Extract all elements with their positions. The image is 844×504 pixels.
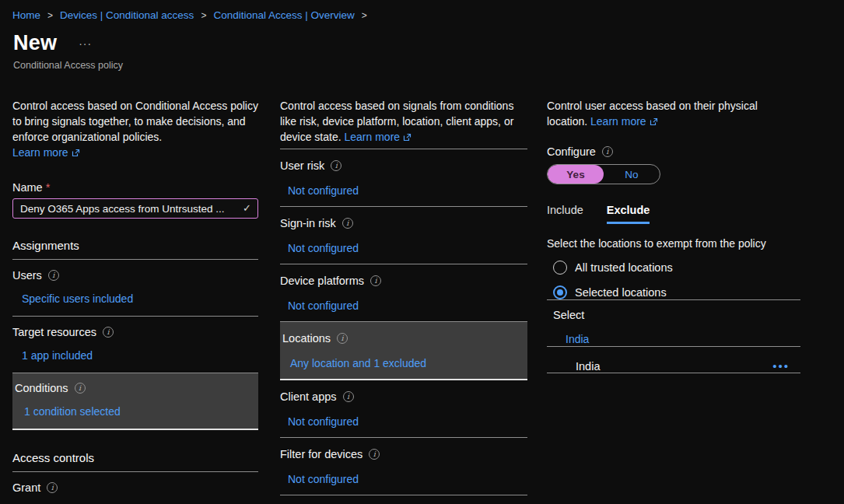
conditions-description: Control access based on signals from con… — [280, 98, 527, 145]
user-risk-link[interactable]: Not configured — [288, 184, 359, 198]
include-exclude-tabs: Include Exclude — [547, 204, 800, 224]
info-icon[interactable]: i — [343, 391, 354, 402]
info-icon[interactable]: i — [370, 275, 381, 286]
page-title: New — [13, 31, 57, 55]
valid-checkmark-icon: ✓ — [243, 202, 251, 214]
filter-for-devices-label: Filter for devices — [280, 447, 362, 461]
policy-name-input[interactable] — [12, 198, 258, 219]
external-link-icon — [72, 149, 80, 157]
title-bar: New ··· — [13, 31, 92, 55]
breadcrumb-chevron-icon: > — [362, 10, 367, 21]
condition-sign-in-risk: Sign-in risk i Not configured — [280, 207, 527, 264]
radio-label: Selected locations — [575, 286, 667, 299]
radio-selected-locations[interactable]: Selected locations — [547, 285, 800, 299]
user-risk-label: User risk — [280, 159, 324, 173]
policy-description-text: Control access based on Conditional Acce… — [12, 100, 258, 143]
configure-row: Configure i — [547, 145, 800, 159]
condition-device-platforms: Device platforms i Not configured — [280, 264, 527, 321]
breadcrumb-home[interactable]: Home — [12, 9, 40, 21]
assignments-header: Assignments — [12, 238, 258, 253]
condition-locations-selected[interactable]: Locations i Any location and 1 excluded — [280, 322, 527, 379]
divider — [280, 495, 527, 495]
learn-more-link[interactable]: Learn more — [12, 145, 258, 160]
access-controls-header: Access controls — [12, 450, 258, 465]
divider — [547, 299, 800, 300]
exclude-instruction: Select the locations to exempt from the … — [547, 237, 800, 250]
device-platforms-label: Device platforms — [280, 274, 364, 288]
client-apps-label: Client apps — [280, 390, 337, 404]
breadcrumb-conditional-access-overview[interactable]: Conditional Access | Overview — [213, 9, 354, 21]
policy-settings-panel: Control access based on Conditional Acce… — [12, 95, 258, 495]
breadcrumb-chevron-icon: > — [201, 10, 206, 21]
info-icon[interactable]: i — [342, 218, 353, 229]
selected-location-link[interactable]: India — [566, 333, 589, 345]
select-label: Select — [547, 309, 800, 321]
client-apps-link[interactable]: Not configured — [288, 415, 359, 429]
radio-button-selected[interactable] — [553, 285, 567, 299]
more-options-icon[interactable]: ··· — [79, 37, 92, 50]
location-name: India — [576, 360, 600, 373]
divider — [12, 429, 258, 430]
toggle-yes[interactable]: Yes — [548, 165, 604, 184]
name-label-text: Name — [12, 180, 43, 194]
grant-label: Grant — [12, 481, 40, 495]
breadcrumb-chevron-icon: > — [47, 10, 53, 21]
radio-button-unselected[interactable] — [553, 261, 567, 275]
target-resources-label: Target resources — [12, 325, 96, 339]
tab-include[interactable]: Include — [547, 204, 583, 224]
info-icon[interactable]: i — [75, 383, 86, 394]
condition-client-apps: Client apps i Not configured — [280, 380, 527, 437]
policy-description: Control access based on Conditional Acce… — [12, 98, 258, 160]
learn-more-link[interactable]: Learn more — [345, 131, 412, 143]
configure-toggle: Yes No — [547, 164, 660, 184]
conditions-label: Conditions — [15, 381, 68, 395]
divider — [547, 373, 800, 373]
name-label: Name * — [12, 180, 258, 194]
radio-label: All trusted locations — [575, 261, 673, 274]
conditions-panel: Control access based on signals from con… — [280, 95, 527, 495]
external-link-icon — [650, 117, 658, 126]
toggle-no[interactable]: No — [604, 165, 660, 184]
locations-link[interactable]: Any location and 1 excluded — [290, 357, 426, 370]
conditional-access-new-policy-page: Home > Devices | Conditional access > Co… — [0, 0, 844, 504]
breadcrumb-devices-conditional-access[interactable]: Devices | Conditional access — [60, 9, 194, 21]
divider — [547, 346, 800, 347]
learn-more-link[interactable]: Learn more — [590, 115, 658, 128]
info-icon[interactable]: i — [602, 146, 613, 157]
info-icon[interactable]: i — [369, 449, 380, 460]
target-resources-link[interactable]: 1 app included — [22, 349, 93, 362]
target-resources-group: Target resources i 1 app included — [12, 317, 258, 373]
tab-exclude[interactable]: Exclude — [607, 204, 650, 224]
breadcrumb: Home > Devices | Conditional access > Co… — [12, 9, 367, 21]
info-icon[interactable]: i — [337, 333, 348, 344]
locations-label: Locations — [282, 331, 331, 345]
condition-user-risk: User risk i Not configured — [280, 149, 527, 206]
users-group: Users i Specific users included — [12, 260, 258, 316]
row-menu-icon[interactable]: ••• — [772, 359, 790, 373]
locations-description: Control user access based on their physi… — [547, 98, 800, 129]
locations-panel: Control user access based on their physi… — [547, 95, 800, 373]
sign-in-risk-label: Sign-in risk — [280, 216, 336, 230]
users-label: Users — [12, 268, 42, 282]
conditions-link[interactable]: 1 condition selected — [24, 405, 121, 418]
info-icon[interactable]: i — [47, 482, 58, 493]
page-subtitle: Conditional Access policy — [13, 60, 123, 71]
radio-all-trusted-locations[interactable]: All trusted locations — [547, 261, 800, 275]
policy-name-field: ✓ — [12, 198, 258, 219]
info-icon[interactable]: i — [331, 160, 341, 171]
grant-group: Grant i — [12, 472, 258, 495]
location-row-india[interactable]: India ••• — [547, 359, 800, 373]
external-link-icon — [403, 133, 411, 142]
info-icon[interactable]: i — [103, 327, 114, 338]
users-link[interactable]: Specific users included — [22, 292, 133, 306]
info-icon[interactable]: i — [48, 270, 59, 281]
sign-in-risk-link[interactable]: Not configured — [288, 242, 359, 255]
conditions-group-selected[interactable]: Conditions i 1 condition selected — [12, 373, 258, 429]
configure-label: Configure — [547, 145, 596, 159]
filter-for-devices-link[interactable]: Not configured — [288, 473, 359, 486]
device-platforms-link[interactable]: Not configured — [288, 299, 359, 313]
condition-filter-for-devices: Filter for devices i Not configured — [280, 438, 527, 495]
required-asterisk: * — [46, 180, 51, 194]
